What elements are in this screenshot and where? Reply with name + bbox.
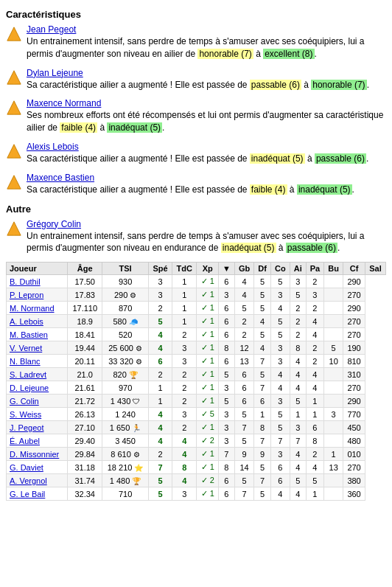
player-entry-dylan-lejeune: Dylan Lejeune Sa caractéristique ailier … [6,68,386,91]
co-cell: 5 [254,275,271,288]
gb-cell: 3 [219,381,235,395]
from-level: faible (4) [250,184,287,195]
bu-cell: 4 [306,328,324,341]
co-cell: 7 [254,355,271,368]
tsi-cell: 3 450 [102,434,149,448]
col-header-sort[interactable]: ▼ [219,263,235,275]
player-link[interactable]: S. Ladrevt [10,370,46,379]
cf-cell [324,288,343,302]
age-cell: 21.61 [68,381,102,395]
ai-cell: 3 [270,288,290,302]
player-link[interactable]: N. Blanc [10,357,41,366]
df-cell: 5 [234,302,254,315]
xp-cell: ✓ 1 [197,381,219,395]
ai-cell: 4 [270,487,290,501]
table-row: G. Daviet 31.18 18 210 ⭐ 7 8 ✓ 1 8 14 5 … [7,461,386,474]
sal-cell: 290 [343,302,365,315]
co-cell: 4 [254,341,271,355]
df-cell: 14 [234,461,254,474]
bu-cell: 3 [306,288,324,302]
tsi-cell: 870 [102,302,149,315]
col-header-co: Co [270,263,290,275]
cf-cell [324,434,343,448]
player-link[interactable]: A. Lebois [10,317,43,326]
player-link[interactable]: S. Weiss [10,410,41,419]
col-header-age: Âge [68,263,102,275]
spe-cell: 4 [149,408,172,421]
table-row: P. Lepron 17.83 290 ⚙ 3 1 ✓ 1 3 4 5 3 5 … [7,288,386,302]
player-name-link[interactable]: Jean Pegeot [27,24,76,35]
col-header-sal: Sal [365,263,386,275]
player-info: Jean Pegeot Un entrainement intensif, sa… [27,24,386,60]
sal-cell: 290 [343,395,365,408]
player-info: Maxence Normand Ses nombreux efforts ont… [27,98,386,134]
spe-cell: 1 [149,395,172,408]
sal-cell: 290 [343,275,365,288]
player-link[interactable]: P. Lepron [10,291,43,299]
age-cell: 29.84 [68,448,102,461]
player-name-link[interactable]: Maxence Bastien [27,173,94,183]
player-link[interactable]: V. Vernet [10,344,42,352]
col-header-bu: Bu [324,263,343,275]
df-cell: 2 [234,315,254,328]
gb-cell: 3 [219,288,235,302]
player-entry-maxence-bastien: Maxence Bastien Sa caractéristique ailie… [6,173,386,196]
player-link[interactable]: G. Colin [10,397,39,406]
from-level: inadéquat (5) [221,243,276,253]
player-link[interactable]: J. Pegeot [10,423,43,432]
player-description: Un entrainement intensif, sans perdre de… [27,35,386,60]
bu-cell: 6 [306,421,324,434]
ai-cell: 5 [270,408,290,421]
player-name-link[interactable]: Grégory Colin [27,219,81,229]
ai-cell: 7 [270,434,290,448]
player-link[interactable]: M. Bastien [10,330,48,339]
cf-cell [324,395,343,408]
table-header-row: Joueur Âge TSI Spé TdC Xp ▼ Gb Df Co Ai … [7,263,386,275]
player-link[interactable]: É. Aubel [10,437,40,445]
player-info: Grégory Colin Un entrainement intensif, … [27,219,386,255]
tdc-cell: 2 [172,368,197,381]
to-level: honorable (7) [311,80,366,90]
tdc-cell: 2 [172,381,197,395]
svg-rect-3 [13,78,15,83]
tdc-cell: 2 [172,395,197,408]
col-header-tsi: TSI [102,263,149,275]
df-cell: 2 [234,328,254,341]
to-level: inadéquat (5) [107,122,162,133]
player-link[interactable]: G. Le Bail [10,490,45,499]
sal-cell: 010 [343,448,365,461]
sal-cell: 380 [343,474,365,487]
player-link[interactable]: D. Missonnier [10,450,59,459]
age-cell: 31.18 [68,461,102,474]
table-row: É. Aubel 29.40 3 450 4 4 ✓ 2 3 5 7 7 7 8… [7,434,386,448]
sal-cell: 190 [343,341,365,355]
col-header-spe: Spé [149,263,172,275]
df-cell: 6 [234,368,254,381]
arrow-up-icon [6,143,22,159]
sal-cell: 270 [343,288,365,302]
player-name-link[interactable]: Maxence Normand [27,98,101,108]
player-name-link[interactable]: Alexis Lebois [27,142,79,152]
tdc-cell: 1 [172,315,197,328]
gb-cell: 8 [219,461,235,474]
player-link[interactable]: B. Duthil [10,277,41,286]
to-level: passable (6) [315,153,366,164]
svg-rect-1 [13,35,15,40]
pa-cell: 2 [290,328,306,341]
xp-cell: ✓ 1 [197,302,219,315]
player-link[interactable]: A. Vergnol [10,476,47,485]
sal-cell: 360 [343,487,365,501]
ai-cell: 4 [270,381,290,395]
player-link[interactable]: M. Normand [10,304,55,313]
bu-cell: 4 [306,381,324,395]
player-link[interactable]: D. Lejeune [10,383,49,392]
age-cell: 17.83 [68,288,102,302]
player-link[interactable]: G. Daviet [10,463,43,472]
table-row: S. Ladrevt 21.0 820 🏆 2 2 ✓ 1 5 6 5 4 4 … [7,368,386,381]
table-row: A. Lebois 18.9 580 🧢 5 1 ✓ 1 6 2 4 5 2 4… [7,315,386,328]
spe-cell: 5 [149,315,172,328]
player-name-link[interactable]: Dylan Lejeune [27,68,83,78]
player-entry-jean-pegeot: Jean Pegeot Un entrainement intensif, sa… [6,24,386,60]
player-name-cell: D. Lejeune [7,381,68,395]
bu-cell: 4 [306,461,324,474]
